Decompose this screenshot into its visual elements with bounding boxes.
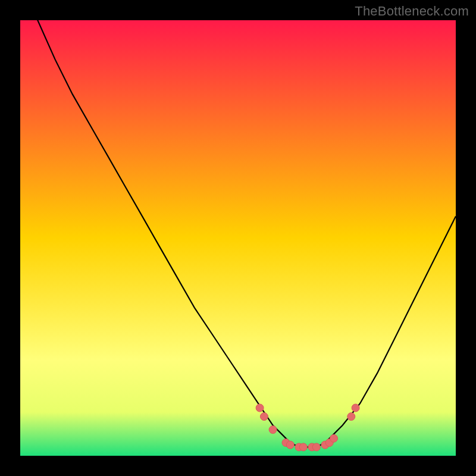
curve-marker — [352, 404, 359, 412]
curve-marker — [312, 443, 320, 451]
chart-frame: TheBottleneck.com — [0, 0, 476, 476]
curve-marker — [330, 434, 338, 442]
plot-area — [20, 20, 456, 456]
curve-marker — [299, 443, 307, 451]
bottleneck-chart — [20, 20, 456, 456]
curve-marker — [269, 426, 277, 434]
watermark-text: TheBottleneck.com — [355, 4, 469, 19]
curve-marker — [347, 413, 355, 421]
curve-marker — [286, 441, 294, 449]
curve-marker — [256, 404, 264, 412]
gradient-background — [20, 20, 456, 456]
curve-marker — [260, 413, 268, 421]
